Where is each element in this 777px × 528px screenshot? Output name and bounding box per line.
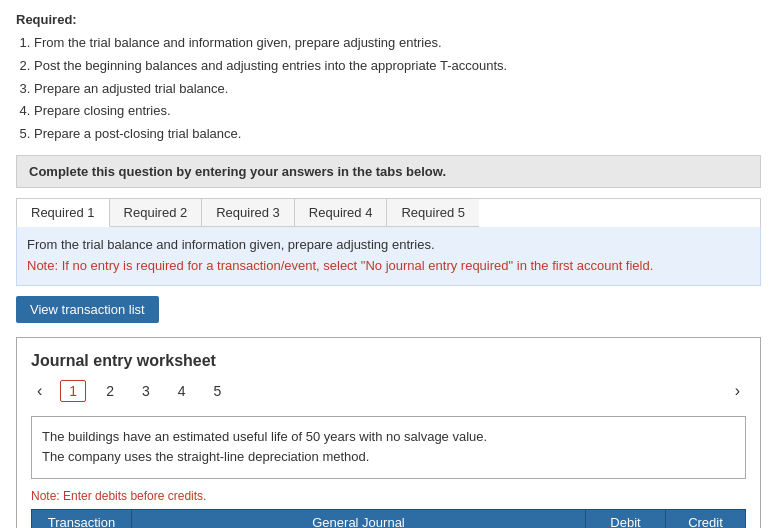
instruction-5: Prepare a post-closing trial balance. [34,124,761,145]
tab-required-1[interactable]: Required 1 [17,199,110,227]
info-main-text: From the trial balance and information g… [27,235,750,256]
instructions: From the trial balance and information g… [16,33,761,145]
tab-required-3[interactable]: Required 3 [202,199,295,227]
col-header-debit: Debit [586,510,666,528]
col-header-transaction: Transaction [32,510,132,528]
page-1[interactable]: 1 [60,380,86,402]
tab-required-5[interactable]: Required 5 [387,199,479,227]
col-header-credit: Credit [666,510,746,528]
worksheet-title: Journal entry worksheet [31,352,746,370]
view-transaction-list-button[interactable]: View transaction list [16,296,159,323]
pagination: ‹ 1 2 3 4 5 › [31,380,746,402]
description-text: The buildings have an estimated useful l… [42,429,487,465]
note-debits: Note: Enter debits before credits. [31,489,746,503]
instruction-2: Post the beginning balances and adjustin… [34,56,761,77]
next-page-arrow[interactable]: › [729,380,746,402]
info-box: From the trial balance and information g… [16,227,761,286]
instruction-4: Prepare closing entries. [34,101,761,122]
tabs-container: Required 1 Required 2 Required 3 Require… [16,198,761,227]
page-4[interactable]: 4 [170,381,194,401]
page-2[interactable]: 2 [98,381,122,401]
complete-banner: Complete this question by entering your … [16,155,761,188]
journal-table: Transaction General Journal Debit Credit… [31,509,746,528]
description-box: The buildings have an estimated useful l… [31,416,746,480]
prev-page-arrow[interactable]: ‹ [31,380,48,402]
instruction-3: Prepare an adjusted trial balance. [34,79,761,100]
journal-entry-worksheet: Journal entry worksheet ‹ 1 2 3 4 5 › Th… [16,337,761,528]
info-note-text: Note: If no entry is required for a tran… [27,256,750,277]
tab-required-4[interactable]: Required 4 [295,199,388,227]
page-5[interactable]: 5 [206,381,230,401]
required-label: Required: [16,12,761,27]
instruction-1: From the trial balance and information g… [34,33,761,54]
tab-required-2[interactable]: Required 2 [110,199,203,227]
page-3[interactable]: 3 [134,381,158,401]
col-header-journal: General Journal [132,510,586,528]
